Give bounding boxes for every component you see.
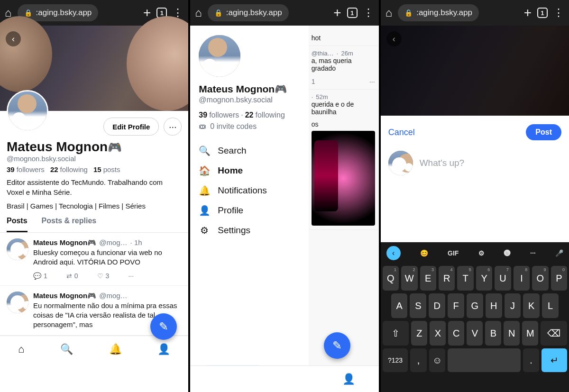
kb-key-r[interactable]: R4 xyxy=(439,266,455,291)
cancel-button[interactable]: Cancel xyxy=(388,128,415,137)
kb-comma-key[interactable]: , xyxy=(410,348,427,372)
tab-count[interactable]: 1 xyxy=(347,8,358,18)
new-tab-icon[interactable]: + xyxy=(333,5,341,20)
new-tab-icon[interactable]: + xyxy=(143,5,151,20)
nav-search-icon[interactable]: 🔍 xyxy=(60,343,73,356)
post-more-icon[interactable]: ··· xyxy=(128,272,134,280)
kb-key-u[interactable]: U7 xyxy=(495,266,511,291)
back-button[interactable]: ‹ xyxy=(6,31,21,46)
new-tab-icon[interactable]: + xyxy=(524,5,532,20)
browser-home-icon[interactable]: ⌂ xyxy=(195,6,202,19)
stat-followers[interactable]: 39followers xyxy=(7,165,45,173)
kb-more-icon[interactable]: ··· xyxy=(530,249,536,257)
kb-key-f[interactable]: F xyxy=(448,293,464,318)
menu-search[interactable]: 🔍 Search xyxy=(199,145,300,156)
post-button[interactable]: Post xyxy=(526,124,561,140)
compose-fab[interactable]: ✎ xyxy=(324,332,350,359)
kb-numbers-key[interactable]: ?123 xyxy=(383,348,408,372)
back-button: ‹ xyxy=(386,31,402,46)
ticket-icon: 🎟 xyxy=(199,122,206,131)
kb-backspace-key[interactable]: ⌫ xyxy=(541,321,567,346)
kb-key-a[interactable]: A xyxy=(391,293,408,318)
kb-shift-key[interactable]: ⇧ xyxy=(383,321,409,346)
bottom-nav: ⌂ 🔍 🔔 👤 xyxy=(0,336,188,362)
kb-mic-icon[interactable]: 🎤 xyxy=(555,249,563,257)
post-avatar[interactable] xyxy=(7,292,28,313)
compose-avatar xyxy=(388,151,413,175)
kb-translate-icon[interactable]: 🅖 xyxy=(504,249,511,257)
user-icon: 👤 xyxy=(199,205,210,216)
pane-drawer: ⌂ 🔒 :aging.bsky.app + 1 ⋮ hot @thia…·26m… xyxy=(190,0,378,392)
kb-collapse-icon[interactable]: ‹ xyxy=(386,246,401,260)
compose-fab[interactable]: ✎ xyxy=(150,313,177,340)
tab-posts-replies[interactable]: Posts & replies xyxy=(42,217,97,232)
kb-key-h[interactable]: H xyxy=(486,293,502,318)
kb-key-d[interactable]: D xyxy=(429,293,445,318)
profile-tabs: Posts Posts & replies xyxy=(0,210,188,233)
menu-home[interactable]: 🏠 Home xyxy=(199,165,300,176)
pane-profile: ⌂ 🔒 :aging.bsky.app + 1 ⋮ ‹ Edit Profile… xyxy=(0,0,188,392)
kb-key-v[interactable]: V xyxy=(467,321,483,346)
kb-key-z[interactable]: Z xyxy=(411,321,427,346)
kb-key-o[interactable]: O9 xyxy=(532,266,548,291)
post-item[interactable]: Mateus Mognon🎮 @mog… · 1h Bluesky começo… xyxy=(0,233,188,286)
kb-key-i[interactable]: I8 xyxy=(514,266,530,291)
menu-profile[interactable]: 👤 Profile xyxy=(199,205,300,216)
drawer-avatar[interactable] xyxy=(199,35,240,77)
nav-home-icon[interactable]: ⌂ xyxy=(18,343,24,356)
browser-menu-icon[interactable]: ⋮ xyxy=(553,7,564,19)
profile-avatar[interactable] xyxy=(7,90,48,132)
soft-keyboard[interactable]: ‹ 😊 GIF ⚙ 🅖 ··· 🎤 Q1W2E3R4T5Y6U7I8O9P0 A… xyxy=(381,242,569,392)
profile-more-button[interactable]: ··· xyxy=(164,118,182,136)
kb-key-k[interactable]: K xyxy=(523,293,540,318)
menu-notifications[interactable]: 🔔 Notifications xyxy=(199,185,300,196)
compose-input[interactable]: What's up? xyxy=(420,158,464,168)
kb-period-key[interactable]: . xyxy=(523,348,540,372)
kb-emoji-key[interactable]: ☺ xyxy=(429,348,446,372)
url-pill[interactable]: 🔒 :aging.bsky.app xyxy=(208,4,289,21)
tab-count[interactable]: 1 xyxy=(537,8,548,18)
kb-space-key[interactable] xyxy=(448,348,520,372)
kb-key-e[interactable]: E3 xyxy=(420,266,436,291)
kb-sticker-icon[interactable]: 😊 xyxy=(420,249,428,257)
kb-key-s[interactable]: S xyxy=(410,293,426,318)
kb-key-g[interactable]: G xyxy=(467,293,483,318)
stat-posts[interactable]: 15posts xyxy=(93,165,120,173)
edit-profile-button[interactable]: Edit Profile xyxy=(103,118,159,136)
kb-enter-key[interactable]: ↵ xyxy=(541,348,567,372)
kb-key-l[interactable]: L xyxy=(542,293,559,318)
kb-key-t[interactable]: T5 xyxy=(457,266,473,291)
kb-key-c[interactable]: C xyxy=(448,321,464,346)
kb-key-j[interactable]: J xyxy=(505,293,521,318)
browser-menu-icon[interactable]: ⋮ xyxy=(363,7,374,19)
invite-codes-row[interactable]: 🎟 0 invite codes xyxy=(199,122,300,131)
profile-display-name: Mateus Mognon🎮 xyxy=(7,139,122,154)
nav-profile-icon[interactable]: 👤 xyxy=(157,343,170,356)
kb-key-m[interactable]: M xyxy=(522,321,538,346)
kb-key-w[interactable]: W2 xyxy=(401,266,417,291)
repost-button[interactable]: ⇄ 0 xyxy=(66,272,78,280)
kb-key-y[interactable]: Y6 xyxy=(476,266,492,291)
kb-key-p[interactable]: P0 xyxy=(551,266,567,291)
url-pill[interactable]: 🔒 :aging.bsky.app xyxy=(398,4,479,21)
reply-button[interactable]: 💬 1 xyxy=(33,272,47,280)
kb-gif-icon[interactable]: GIF xyxy=(448,249,459,257)
kb-key-q[interactable]: Q1 xyxy=(383,266,399,291)
url-text: :aging.bsky.app xyxy=(36,8,92,18)
bottom-nav: 👤 xyxy=(190,365,378,392)
count-1: 1 xyxy=(312,78,315,85)
like-button[interactable]: ♡ 3 xyxy=(97,272,110,280)
browser-home-icon[interactable]: ⌂ xyxy=(385,6,393,19)
feed-tab-hot: hot xyxy=(308,30,379,46)
kb-settings-icon[interactable]: ⚙ xyxy=(478,249,485,257)
kb-key-b[interactable]: B xyxy=(485,321,501,346)
tab-posts[interactable]: Posts xyxy=(7,217,28,232)
nav-notifications-icon[interactable]: 🔔 xyxy=(109,343,122,356)
kb-key-n[interactable]: N xyxy=(504,321,520,346)
menu-settings[interactable]: ⚙ Settings xyxy=(199,225,300,236)
kb-key-x[interactable]: X xyxy=(430,321,446,346)
lock-icon: 🔒 xyxy=(24,9,32,17)
post-avatar[interactable] xyxy=(7,238,28,260)
nav-profile-icon[interactable]: 👤 xyxy=(342,373,355,385)
stat-following[interactable]: 22following xyxy=(50,165,88,173)
